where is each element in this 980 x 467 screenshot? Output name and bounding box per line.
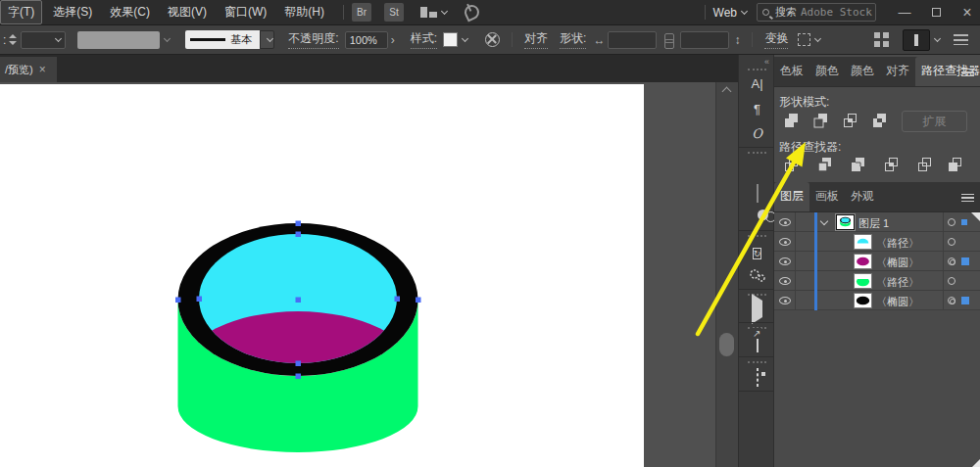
menu-window[interactable]: 窗口(W) [218, 1, 273, 23]
tab-close-icon[interactable]: × [39, 63, 46, 76]
chevron-down-icon[interactable] [741, 7, 748, 14]
pathfinder-minus-back-button[interactable] [943, 155, 966, 176]
symbols-panel-icon[interactable]: ↻ [739, 243, 775, 260]
selected-art-indicator[interactable] [961, 297, 969, 304]
chevron-down-icon[interactable] [441, 7, 448, 14]
transform-label[interactable]: 变换 [764, 30, 788, 49]
pathfinder-crop-button[interactable] [879, 155, 903, 176]
pathfinder-divide-button[interactable] [779, 155, 803, 176]
layer-thumbnail[interactable] [854, 234, 872, 250]
layer-name[interactable]: 〈路径〉 [876, 236, 919, 251]
recolor-artwork-icon[interactable] [485, 32, 500, 47]
bridge-button[interactable]: Br [352, 3, 371, 22]
minimize-button[interactable]: — [892, 4, 917, 22]
opentype-panel-icon[interactable]: O [739, 126, 775, 141]
chevron-down-icon[interactable] [814, 34, 821, 41]
layer-row[interactable]: 图层 1 [774, 212, 980, 232]
close-button[interactable]: × [955, 4, 980, 22]
scroll-up-icon[interactable] [722, 87, 732, 97]
visibility-eye-icon[interactable] [779, 277, 791, 285]
visibility-eye-icon[interactable] [779, 297, 791, 304]
menu-type[interactable]: 字(T) [0, 0, 42, 24]
layer-thumbnail[interactable] [854, 273, 872, 289]
free-transform-panel-icon[interactable] [739, 369, 775, 387]
menu-help[interactable]: 帮助(H) [277, 1, 331, 23]
target-circle-targeted[interactable] [948, 297, 956, 304]
shape-mode-exclude-button[interactable] [867, 111, 891, 132]
brush-definition-dropdown[interactable] [260, 30, 274, 49]
shape-mode-intersect-button[interactable] [838, 111, 861, 132]
collapse-dock-icon[interactable]: « [764, 57, 769, 67]
layer-row[interactable]: 〈路径〉 [774, 271, 980, 291]
layer-name[interactable]: 〈椭圆〉 [876, 256, 919, 270]
panel-grip[interactable] [748, 69, 766, 70]
menu-view[interactable]: 视图(V) [161, 1, 214, 23]
panel-menu-icon[interactable] [961, 69, 974, 77]
target-circle[interactable] [948, 218, 956, 226]
tab-layers[interactable]: 图层 [774, 182, 809, 211]
style-swatch[interactable] [443, 32, 458, 47]
pathfinder-trim-button[interactable] [812, 155, 836, 176]
character-panel-icon[interactable]: A| [739, 76, 775, 91]
expand-chevron-icon[interactable] [820, 217, 828, 225]
visibility-eye-icon[interactable] [779, 257, 791, 265]
gpu-performance-icon[interactable] [463, 3, 482, 23]
actions-panel-icon[interactable] [739, 301, 775, 318]
visibility-eye-icon[interactable] [779, 238, 791, 246]
target-circle-targeted[interactable] [948, 257, 956, 265]
panel-grip[interactable] [748, 361, 766, 363]
variable-width-profile-select[interactable] [77, 31, 160, 49]
layer-name[interactable]: 〈椭圆〉 [876, 295, 919, 309]
document-tab[interactable]: /预览) × [0, 57, 57, 82]
shape-width-input[interactable] [608, 31, 657, 49]
isolate-object-icon[interactable] [798, 33, 810, 46]
layer-thumbnail[interactable] [836, 214, 855, 230]
chevron-down-icon[interactable] [934, 34, 941, 41]
chevron-down-icon[interactable] [164, 34, 171, 41]
menu-select[interactable]: 选择(S) [46, 1, 99, 23]
opacity-input[interactable]: 100% [345, 31, 388, 49]
window-resize-grip[interactable] [972, 459, 980, 467]
layer-row[interactable]: 〈椭圆〉 [774, 252, 980, 271]
visibility-eye-icon[interactable] [779, 218, 791, 226]
target-circle[interactable] [948, 277, 956, 285]
layer-thumbnail[interactable] [854, 293, 872, 308]
stroke-weight-select[interactable] [21, 31, 66, 49]
arrange-documents-icon[interactable] [420, 7, 437, 18]
selected-art-indicator[interactable] [961, 219, 967, 225]
pathfinder-outline-button[interactable] [912, 155, 936, 176]
gradient-panel-icon[interactable] [739, 185, 775, 203]
shape-mode-unite-button[interactable] [779, 111, 803, 132]
tab-artboards[interactable]: 画板 [809, 182, 845, 211]
link-dimensions-icon[interactable] [664, 33, 672, 47]
workspace-switcher[interactable]: Web [713, 6, 737, 20]
canvas-area[interactable] [0, 82, 738, 467]
opacity-label[interactable]: 不透明度: [288, 30, 338, 49]
document-layout-button[interactable] [903, 29, 930, 51]
chevron-down-icon[interactable] [462, 34, 468, 41]
brush-definition-select[interactable]: 基本 [185, 30, 260, 49]
tab-swatches[interactable]: 色板 [774, 57, 809, 86]
style-label[interactable]: 样式: [411, 30, 437, 49]
expand-button[interactable]: 扩展 [902, 111, 967, 132]
gears-panel-icon[interactable] [739, 268, 775, 287]
tab-color-guide[interactable]: 颜色 [845, 57, 880, 86]
tab-appearance[interactable]: 外观 [845, 182, 880, 211]
panel-menu-icon[interactable] [961, 194, 974, 203]
restore-button[interactable] [923, 4, 949, 22]
arrange-documents-icon[interactable] [874, 32, 889, 47]
paragraph-panel-icon[interactable]: ¶ [739, 102, 775, 117]
menu-effect[interactable]: 效果(C) [103, 1, 157, 23]
stroke-weight-stepper[interactable] [9, 34, 17, 45]
shape-mode-minus-front-button[interactable] [808, 111, 832, 132]
tab-color[interactable]: 颜色 [809, 57, 845, 86]
menu-list-icon[interactable] [954, 34, 968, 45]
search-input[interactable]: 搜索 Adobe Stock [757, 3, 876, 22]
align-label[interactable]: 对齐 [524, 30, 548, 49]
layer-name[interactable]: 〈路径〉 [876, 275, 919, 290]
panel-grip[interactable] [748, 152, 766, 154]
shape-label[interactable]: 形状: [560, 30, 586, 49]
tab-align[interactable]: 对齐 [880, 57, 915, 86]
stock-button[interactable]: St [384, 3, 404, 22]
vertical-scrollbar[interactable] [715, 82, 738, 467]
